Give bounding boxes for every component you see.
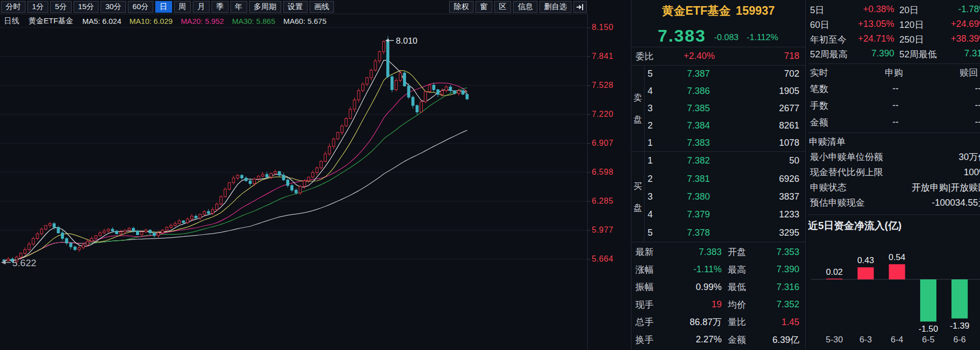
level-cell: 1 xyxy=(648,155,665,166)
perf-label: 52周最低 xyxy=(894,48,937,60)
up-candle xyxy=(99,233,102,235)
up-candle xyxy=(7,259,10,261)
up-candle xyxy=(32,238,35,244)
period-button-年[interactable]: 年 xyxy=(230,1,247,13)
flow-bar-6-3 xyxy=(858,267,874,279)
up-candle xyxy=(336,133,339,139)
up-candle xyxy=(190,216,193,218)
fund-flow-bar-chart: 0.025-300.436-30.546-4-1.506-5-1.396-6 xyxy=(808,228,980,350)
period-button-日[interactable]: 日 xyxy=(155,1,172,13)
period-button-月[interactable]: 月 xyxy=(193,1,210,13)
flow-bar-value: -1.39 xyxy=(950,321,969,331)
period-button-画线[interactable]: 画线 xyxy=(310,1,334,13)
ask-row-2[interactable]: 27.3848261 xyxy=(645,117,805,134)
perf-label: 60日 xyxy=(810,19,829,31)
volume-cell: 3837 xyxy=(732,192,800,202)
bid-row-2[interactable]: 27.3816926 xyxy=(645,170,805,187)
price-cell: 7.382 xyxy=(665,155,732,166)
down-candle xyxy=(57,227,59,233)
stat-value: 7.383 xyxy=(665,247,722,258)
volume-cell: 2677 xyxy=(732,103,800,114)
up-candle xyxy=(174,224,177,226)
period-button-5分[interactable]: 5分 xyxy=(50,1,71,13)
volume-cell: 702 xyxy=(732,69,800,79)
stat-label: 金额 xyxy=(722,334,753,346)
period-button-分时[interactable]: 分时 xyxy=(1,1,25,13)
performance-row-1: 60日+13.05%120日+24.69% xyxy=(808,17,980,32)
period-button-60分[interactable]: 60分 xyxy=(128,1,153,13)
flow-bar-value: 0.02 xyxy=(826,267,842,277)
ask-row-4[interactable]: 47.3861905 xyxy=(645,83,805,100)
period-label: 日线 xyxy=(4,16,19,26)
price-axis-label: 8.150 xyxy=(592,23,614,32)
up-candle xyxy=(374,61,377,70)
chart-legend: 日线 黄金ETF基金 MA5: 6.024MA10: 6.029MA20: 5.… xyxy=(4,16,326,26)
up-candle xyxy=(303,181,306,186)
level-cell: 3 xyxy=(648,103,665,114)
volume-cell: 1905 xyxy=(732,86,800,97)
up-candle xyxy=(441,90,444,94)
axis-tick xyxy=(587,172,590,173)
down-candle xyxy=(412,97,414,105)
toolbar-button-窗[interactable]: 窗 xyxy=(476,1,492,13)
up-candle xyxy=(141,232,143,235)
high-annotation: 8.010 xyxy=(396,36,418,46)
up-candle xyxy=(383,41,385,51)
period-button-30分[interactable]: 30分 xyxy=(100,1,126,13)
stat-row-0: 最新7.383开盘7.353 xyxy=(631,243,805,261)
up-candle xyxy=(212,210,214,213)
period-button-多周期[interactable]: 多周期 xyxy=(249,1,281,13)
up-candle xyxy=(332,139,335,147)
dock-right-icon[interactable] xyxy=(573,1,587,13)
toolbar-button-区[interactable]: 区 xyxy=(494,1,511,13)
weibi-value: +2.40% xyxy=(666,51,733,61)
sell-side-char: 卖 xyxy=(633,92,642,104)
period-button-周[interactable]: 周 xyxy=(174,1,191,13)
realtime-subscribe-value: -- xyxy=(867,100,924,111)
bid-row-3[interactable]: 37.3803837 xyxy=(645,188,805,206)
up-candle xyxy=(78,248,80,250)
stat-label: 最低 xyxy=(722,281,753,293)
perf-value: 7.390 xyxy=(871,48,894,60)
period-button-季[interactable]: 季 xyxy=(212,1,228,13)
stat-label: 开盘 xyxy=(722,246,753,258)
down-candle xyxy=(453,90,456,93)
up-candle xyxy=(161,230,164,233)
period-button-group: 分时1分5分15分30分60分日周月季年多周期设置画线 xyxy=(1,1,334,13)
up-candle xyxy=(261,174,264,176)
price-axis-label: 7.220 xyxy=(592,110,614,119)
up-candle xyxy=(236,175,239,178)
flow-x-label: 6-3 xyxy=(859,335,872,344)
candlestick-chart[interactable]: 8.0105.622 xyxy=(0,14,587,350)
ask-row-1[interactable]: 17.3831078 xyxy=(645,134,805,151)
quote-panel: 黄金ETF基金 159937 7.383 -0.083 -1.112% 委比 +… xyxy=(631,0,806,350)
ask-row-5[interactable]: 57.387702 xyxy=(645,66,805,83)
up-candle xyxy=(361,84,364,91)
period-button-1分[interactable]: 1分 xyxy=(27,1,48,13)
bid-row-1[interactable]: 17.38250 xyxy=(645,152,805,170)
up-candle xyxy=(320,162,322,168)
price-axis-label: 7.841 xyxy=(592,52,614,61)
ask-row-3[interactable]: 37.3852677 xyxy=(645,100,805,117)
weibi-row: 委比 +2.40% 718 xyxy=(631,47,805,66)
toolbar-button-信息[interactable]: 信息 xyxy=(513,1,537,13)
bid-row-4[interactable]: 47.3791233 xyxy=(645,206,805,224)
stat-label: 现手 xyxy=(635,299,665,311)
up-candle xyxy=(157,233,160,235)
stat-value: 7.316 xyxy=(753,282,799,293)
flow-bar-6-4 xyxy=(889,264,905,279)
period-button-设置[interactable]: 设置 xyxy=(283,1,308,13)
price-cell: 7.385 xyxy=(665,103,732,114)
down-candle xyxy=(278,172,281,175)
axis-tick xyxy=(587,230,590,231)
toolbar-button-除权[interactable]: 除权 xyxy=(449,1,474,13)
period-button-15分[interactable]: 15分 xyxy=(74,1,99,13)
realtime-redeem-value: -- xyxy=(924,100,980,111)
perf-value: +24.69% xyxy=(951,19,980,31)
axis-tick xyxy=(587,143,590,144)
down-candle xyxy=(3,260,6,261)
bid-row-5[interactable]: 57.3783295 xyxy=(645,224,805,242)
toolbar-button-删自选[interactable]: 删自选 xyxy=(539,1,571,13)
last-price-row: 7.383 -0.083 -1.112% xyxy=(631,21,805,47)
ma-legend-4: MA60: 5.675 xyxy=(283,17,326,25)
